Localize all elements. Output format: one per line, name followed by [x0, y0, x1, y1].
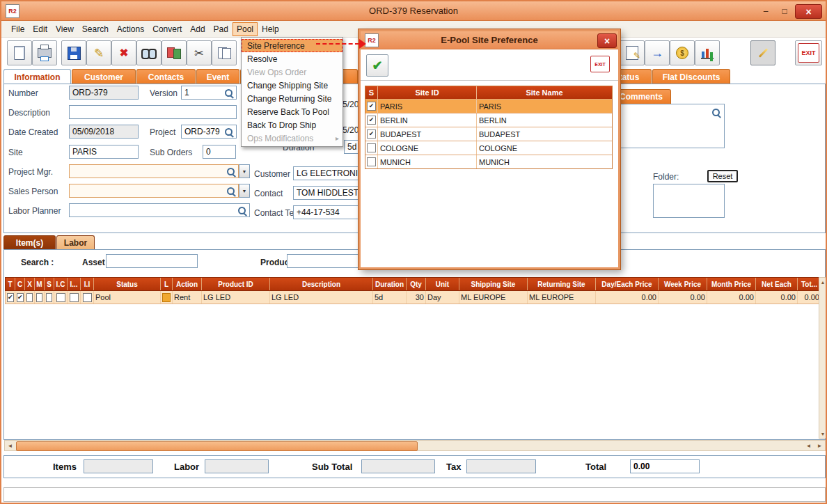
col-header-idot[interactable]: I... [68, 278, 81, 290]
col-header-select[interactable]: S [365, 86, 378, 99]
cell-check-idot[interactable] [68, 291, 81, 304]
exit-button[interactable]: EXIT [795, 40, 822, 65]
vertical-scrollbar[interactable]: ▲ ▼ [819, 277, 827, 439]
project-search-icon[interactable] [225, 128, 233, 136]
col-header-m[interactable]: M [35, 278, 45, 290]
comments-search-icon[interactable] [712, 109, 720, 116]
site-field[interactable]: PARIS [69, 145, 139, 159]
col-header-site-id[interactable]: Site ID [378, 86, 477, 99]
col-header-shipping-site[interactable]: Shipping Site [459, 278, 528, 290]
dialog-exit-button[interactable]: EXIT [590, 56, 610, 72]
col-header-status[interactable]: Status [94, 278, 161, 290]
dialog-close-button[interactable]: × [597, 33, 617, 48]
cell-duration[interactable]: 5d [373, 291, 407, 304]
col-header-c[interactable]: C [15, 278, 25, 290]
checkbox-s[interactable] [46, 293, 52, 302]
version-field[interactable]: 1 [181, 86, 237, 100]
col-header-unit[interactable]: Unit [426, 278, 459, 290]
tab-flat-discounts[interactable]: Flat Discounts [652, 69, 730, 84]
menu-view[interactable]: View [52, 22, 78, 36]
cell-tot[interactable]: 0.00 [798, 291, 821, 304]
cell-check[interactable] [365, 155, 378, 168]
transfer-button[interactable] [162, 40, 187, 65]
tab-customer[interactable]: Customer [72, 69, 136, 84]
pricing-button[interactable]: $ [670, 40, 695, 65]
cell-site-name[interactable]: PARIS [477, 100, 612, 113]
site-checkbox[interactable]: ✔ [367, 129, 376, 139]
project-field[interactable]: ORD-379 [181, 125, 237, 139]
cell-month-price[interactable]: 0.00 [707, 291, 756, 304]
tab-contacts[interactable]: Contacts [136, 69, 196, 84]
cell-qty[interactable]: 30 [407, 291, 426, 304]
checkbox-t[interactable]: ✔ [7, 293, 14, 302]
col-header-ii[interactable]: I.I [81, 278, 94, 290]
col-header-s[interactable]: S [45, 278, 54, 290]
site-checkbox[interactable] [367, 143, 376, 152]
menu-edit[interactable]: Edit [29, 22, 52, 36]
cell-check-m[interactable] [35, 291, 45, 304]
cell-site-id[interactable]: BERLIN [378, 113, 477, 127]
col-header-week-price[interactable]: Week Price [659, 278, 707, 290]
menu-item-back-to-drop-ship[interactable]: Back To Drop Ship [242, 118, 342, 132]
cell-shipping-site[interactable]: ML EUROPE [459, 291, 528, 304]
cell-check-x[interactable] [25, 291, 35, 304]
site-checkbox[interactable] [367, 157, 376, 166]
menu-item-change-returning-site[interactable]: Change Returning Site [242, 92, 342, 105]
col-header-tot[interactable]: Tot... [798, 278, 821, 290]
col-header-net-each[interactable]: Net Each [756, 278, 798, 290]
sales-person-search-icon[interactable] [227, 187, 235, 195]
asset-search-input[interactable] [106, 254, 198, 268]
cell-site-name[interactable]: COLOGNE [477, 141, 612, 155]
cell-check-t[interactable]: ✔ [6, 291, 15, 304]
cell-product-id[interactable]: LG LED [202, 291, 270, 304]
cell-site-id[interactable]: BUDAPEST [378, 127, 477, 141]
project-mgr-dropdown[interactable]: ▼ [239, 164, 250, 178]
checkbox-ii[interactable] [83, 293, 92, 302]
horizontal-scrollbar[interactable]: ◄ ◄ ► [4, 440, 826, 451]
cell-site-id[interactable]: PARIS [378, 100, 477, 113]
col-header-l[interactable]: L [161, 278, 173, 290]
col-header-returning-site[interactable]: Returning Site [528, 278, 596, 290]
cell-day-each-price[interactable]: 0.00 [596, 291, 659, 304]
cell-site-id[interactable]: MUNICH [378, 155, 477, 168]
cell-site-name[interactable]: MUNICH [477, 155, 612, 168]
print-button[interactable] [32, 40, 57, 65]
menu-item-change-shipping-site[interactable]: Change Shipping Site [242, 79, 342, 92]
col-header-ic[interactable]: I.C [54, 278, 68, 290]
dialog-confirm-button[interactable]: ✔ [366, 54, 388, 77]
cell-site-id[interactable]: COLOGNE [378, 141, 477, 155]
menu-file[interactable]: File [7, 22, 29, 36]
scroll-right-icon[interactable]: ► [814, 441, 825, 450]
wizard-button[interactable] [750, 40, 775, 65]
site-row-berlin[interactable]: ✔ BERLIN BERLIN [365, 113, 612, 127]
menu-search[interactable]: Search [78, 22, 113, 36]
labor-planner-field[interactable] [69, 203, 250, 217]
tab-information[interactable]: Information [3, 69, 71, 84]
comments-box[interactable] [608, 104, 725, 148]
minimize-button[interactable]: – [757, 4, 774, 17]
menu-add[interactable]: Add [186, 22, 209, 36]
sales-person-field[interactable] [69, 184, 239, 198]
cell-net-each[interactable]: 0.00 [756, 291, 798, 304]
menu-convert[interactable]: Convert [148, 22, 186, 36]
site-row-budapest[interactable]: ✔ BUDAPEST BUDAPEST [365, 127, 612, 141]
cell-check-c[interactable]: ✔ [15, 291, 25, 304]
cell-week-price[interactable]: 0.00 [659, 291, 707, 304]
col-header-action[interactable]: Action [173, 278, 202, 290]
scroll-down-icon[interactable]: ▼ [819, 430, 826, 438]
new-button[interactable] [7, 40, 32, 65]
site-row-cologne[interactable]: COLOGNE COLOGNE [365, 141, 612, 155]
delete-button[interactable]: ✖ [111, 40, 136, 65]
cell-check[interactable] [365, 141, 378, 155]
col-header-description[interactable]: Description [270, 278, 373, 290]
cell-l[interactable] [161, 291, 173, 304]
menu-pool[interactable]: Pool [233, 22, 258, 36]
checkbox-ic[interactable] [56, 293, 65, 302]
cell-action[interactable]: Rent [173, 291, 202, 304]
cell-check[interactable]: ✔ [365, 100, 378, 113]
col-header-duration[interactable]: Duration [373, 278, 407, 290]
menu-help[interactable]: Help [258, 22, 283, 36]
checkbox-c[interactable]: ✔ [17, 293, 24, 302]
cell-unit[interactable]: Day [426, 291, 459, 304]
cell-returning-site[interactable]: ML EUROPE [528, 291, 596, 304]
